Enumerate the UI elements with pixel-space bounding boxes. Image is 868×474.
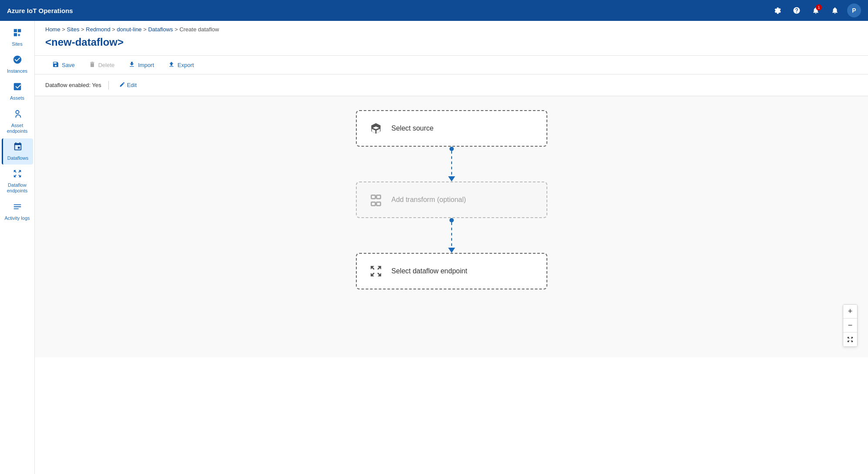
asset-endpoints-icon: [13, 109, 22, 121]
connector-1: [448, 147, 455, 182]
export-icon: [168, 61, 175, 69]
source-node[interactable]: Select source: [356, 110, 547, 147]
sidebar-item-instances-label: Instances: [7, 68, 27, 74]
save-icon: [52, 61, 59, 69]
app-title: Azure IoT Operations: [7, 7, 767, 14]
sidebar-item-sites-label: Sites: [12, 41, 22, 47]
breadcrumb-dataflows[interactable]: Dataflows: [148, 26, 173, 33]
info-divider: [108, 81, 109, 90]
breadcrumb-sep-3: >: [112, 26, 117, 33]
connector-line-1: [451, 151, 452, 176]
assets-icon: [13, 82, 22, 94]
notification-badge: 1: [816, 4, 822, 10]
zoom-out-button[interactable]: −: [843, 319, 857, 333]
save-label: Save: [62, 62, 75, 68]
connector-2: [448, 218, 455, 253]
transform-node-label: Add transform (optional): [392, 196, 466, 204]
sidebar: Sites Instances Assets Asset endpoints D…: [0, 21, 35, 474]
connector-line-2: [451, 222, 452, 248]
sidebar-item-assets-label: Assets: [10, 95, 24, 101]
zoom-fit-icon: [847, 336, 854, 343]
sidebar-item-asset-endpoints[interactable]: Asset endpoints: [2, 106, 33, 138]
main-content: Home > Sites > Redmond > donut-line > Da…: [35, 21, 868, 474]
flow-canvas: Select source Add transform (optional): [35, 96, 868, 357]
avatar-button[interactable]: P: [847, 3, 861, 17]
endpoint-node[interactable]: Select dataflow endpoint: [356, 253, 547, 289]
import-label: Import: [138, 62, 154, 68]
delete-button[interactable]: Delete: [82, 56, 122, 74]
breadcrumb-sep-5: >: [174, 26, 179, 33]
page-title: <new-dataflow>: [35, 34, 868, 55]
connector-dot-1: [449, 147, 454, 151]
sidebar-item-activity-logs-label: Activity logs: [4, 215, 30, 221]
endpoint-node-icon: [367, 262, 385, 280]
breadcrumb: Home > Sites > Redmond > donut-line > Da…: [35, 21, 868, 34]
sidebar-item-dataflow-endpoints-label: Dataflow endpoints: [3, 182, 31, 194]
dataflow-status: Dataflow enabled: Yes: [45, 82, 101, 88]
export-button[interactable]: Export: [161, 56, 201, 74]
connector-arrow-2: [448, 248, 455, 253]
transform-node-icon: [367, 191, 385, 208]
breadcrumb-sites[interactable]: Sites: [67, 26, 80, 33]
sidebar-item-instances[interactable]: Instances: [2, 51, 33, 77]
import-icon: [128, 61, 135, 69]
export-label: Export: [178, 62, 194, 68]
topbar-icons: 1 P: [771, 3, 861, 17]
info-bar: Dataflow enabled: Yes Edit: [35, 74, 868, 96]
breadcrumb-sep-1: >: [62, 26, 67, 33]
edit-button[interactable]: Edit: [116, 80, 140, 91]
sidebar-item-sites[interactable]: Sites: [2, 24, 33, 50]
save-button[interactable]: Save: [45, 56, 82, 74]
zoom-in-button[interactable]: +: [843, 305, 857, 319]
connector-dot-2: [449, 218, 454, 222]
edit-label: Edit: [127, 82, 137, 88]
instances-icon: [13, 55, 22, 67]
source-node-icon: [367, 120, 385, 137]
help-icon: [793, 7, 801, 14]
sidebar-item-asset-endpoints-label: Asset endpoints: [3, 123, 31, 134]
edit-icon: [119, 81, 125, 89]
sidebar-item-dataflows-label: Dataflows: [7, 155, 28, 161]
sidebar-item-activity-logs[interactable]: Activity logs: [2, 198, 33, 225]
dataflows-icon: [13, 142, 23, 154]
settings-icon: [774, 7, 781, 14]
app-body: Sites Instances Assets Asset endpoints D…: [0, 21, 868, 474]
help-icon-button[interactable]: [790, 3, 804, 17]
topbar: Azure IoT Operations 1 P: [0, 0, 868, 21]
settings-icon-button[interactable]: [771, 3, 784, 17]
sidebar-item-assets[interactable]: Assets: [2, 78, 33, 104]
alert-icon-button[interactable]: [828, 3, 842, 17]
sidebar-item-dataflows[interactable]: Dataflows: [2, 138, 33, 165]
alert-icon: [831, 7, 839, 14]
breadcrumb-redmond[interactable]: Redmond: [86, 26, 110, 33]
breadcrumb-sep-2: >: [81, 26, 86, 33]
source-node-label: Select source: [392, 124, 434, 132]
dataflow-endpoints-icon: [13, 169, 22, 181]
sites-icon: [13, 28, 22, 40]
transform-node[interactable]: Add transform (optional): [356, 182, 547, 218]
breadcrumb-donut-line[interactable]: donut-line: [117, 26, 142, 33]
breadcrumb-home[interactable]: Home: [45, 26, 60, 33]
zoom-fit-button[interactable]: [843, 333, 857, 346]
activity-logs-icon: [13, 202, 22, 214]
breadcrumb-current: Create dataflow: [179, 26, 219, 33]
breadcrumb-sep-4: >: [143, 26, 148, 33]
connector-arrow-1: [448, 176, 455, 182]
toolbar: Save Delete Import: [35, 55, 868, 74]
zoom-controls: + −: [843, 304, 858, 347]
notification-icon-button[interactable]: 1: [809, 3, 823, 17]
import-button[interactable]: Import: [121, 56, 161, 74]
endpoint-node-label: Select dataflow endpoint: [392, 267, 467, 275]
delete-label: Delete: [98, 62, 115, 68]
sidebar-item-dataflow-endpoints[interactable]: Dataflow endpoints: [2, 165, 33, 197]
delete-icon: [89, 61, 96, 69]
content-area: Home > Sites > Redmond > donut-line > Da…: [35, 21, 868, 474]
